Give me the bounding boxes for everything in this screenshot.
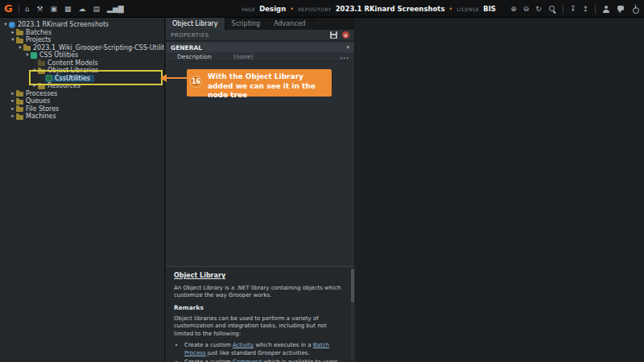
doc-remarks-intro: Object libraries can be used to perform … [174, 315, 345, 338]
doc-scrollbar-thumb[interactable] [351, 269, 354, 302]
folder-icon [16, 92, 23, 97]
tree-item-machines[interactable]: ▸Machines [0, 113, 164, 121]
selected-node-highlight: CssUtilities [45, 75, 94, 83]
license-label: LICENSE [456, 6, 479, 12]
breadcrumb-separator: • [290, 6, 294, 13]
tree-item-queues[interactable]: ▸Queues [0, 97, 164, 105]
chevron-down-icon[interactable]: ▾ [346, 44, 349, 51]
tab-advanced[interactable]: Advanced [267, 18, 313, 30]
save-properties-icon[interactable] [330, 31, 337, 39]
properties-toolbar: PROPERTIES [166, 30, 354, 41]
tree-expanded-arrow-icon[interactable]: ▾ [2, 21, 9, 29]
tree-item-label: Batches [26, 29, 52, 37]
users-icon[interactable] [602, 5, 610, 13]
tree-item-label: Processes [26, 90, 57, 98]
tree-item-cssutilities[interactable]: CssUtilities [0, 75, 164, 83]
callout-arrow-line [167, 77, 188, 79]
callout-arrow-head-icon [160, 74, 167, 82]
tree-collapsed-arrow-icon[interactable]: ▸ [10, 90, 16, 98]
general-section-header[interactable]: GENERAL ▾ [166, 43, 354, 52]
stats-icon[interactable]: ▂▅▇ [107, 6, 124, 13]
repository-label: REPOSITORY [298, 6, 332, 12]
doc-intro: An Object Library is a .NET library cont… [174, 285, 345, 300]
search-icon[interactable] [548, 5, 556, 13]
documentation-panel: Object Library An Object Library is a .N… [166, 266, 355, 362]
printer-icon[interactable]: ▤ [93, 6, 101, 13]
tree-item-resources[interactable]: ▸Resources [0, 82, 164, 90]
remove-circle-icon[interactable]: ⊖ [523, 6, 530, 13]
callout-text: With the Object Library added we can see… [208, 72, 327, 101]
tree-item-file-stores[interactable]: ▸File Stores [0, 105, 164, 113]
tab-scripting[interactable]: Scripting [225, 18, 268, 30]
close-icon[interactable] [342, 31, 349, 39]
tree-item-projects[interactable]: ▾Projects [0, 36, 164, 44]
tree-collapsed-arrow-icon[interactable]: ▸ [31, 82, 38, 90]
tree-item-2023-1-wiki-grooper-scripting-css-utilities-projects[interactable]: ▾2023.1_Wiki_Grooper-Scripting-CSS-Utili… [0, 44, 164, 52]
repository-value[interactable]: 2023.1 RKinard Screenshots [336, 5, 445, 13]
doc-bullet: Create a custom Activity which executes … [184, 342, 345, 357]
chat-icon[interactable] [617, 5, 625, 13]
doc-remarks-heading: Remarks [174, 304, 345, 312]
doc-title-link[interactable]: Object Library [174, 272, 225, 281]
upload-icon[interactable]: ↥ [582, 6, 588, 13]
tree-expanded-arrow-icon[interactable]: ▾ [24, 51, 31, 60]
tab-object-library[interactable]: Object Library [166, 18, 225, 30]
doc-text: which executes in a [254, 342, 313, 348]
description-label: Description [177, 53, 233, 60]
tree-expanded-arrow-icon[interactable]: ▾ [17, 44, 23, 52]
ellipsis-button[interactable]: ... [340, 53, 349, 60]
cloud-icon[interactable]: ☁ [79, 6, 86, 13]
folder-icon [16, 39, 23, 43]
topbar: G ⌂⚒▣▦☁▤▂▅▇ PAGE Design • REPOSITORY 202… [0, 0, 644, 18]
content-icon [38, 61, 45, 66]
node-tree-panel: ▾2023.1 RKinard Screenshots▸Batches▾Proj… [0, 18, 165, 362]
doc-bullet: Create a custom Command which is availab… [184, 359, 345, 362]
tree-item-label: Object Libraries [47, 67, 98, 75]
description-property-row[interactable]: Description (none) ... [166, 52, 354, 62]
properties-toolbar-icons [330, 31, 349, 39]
page-value[interactable]: Design [259, 5, 286, 13]
description-value[interactable]: (none) [233, 53, 340, 60]
add-circle-icon[interactable]: ⊕ [510, 6, 517, 13]
tree-item-content-models[interactable]: Content Models [0, 60, 164, 68]
tree-collapsed-arrow-icon[interactable]: ▸ [10, 97, 16, 105]
tree-item-css-utilities[interactable]: ▾CSS Utilities [0, 51, 164, 60]
repository-icon [9, 22, 15, 28]
tree-item-label: Resources [47, 82, 80, 90]
folder-icon [23, 46, 31, 51]
home-icon[interactable]: ⌂ [25, 6, 30, 13]
tree-item-label: Queues [26, 97, 50, 105]
library-icon [46, 75, 52, 81]
tree-item-batches[interactable]: ▸Batches [0, 29, 164, 37]
tools-icon[interactable]: ⚒ [36, 6, 43, 13]
general-label: GENERAL [171, 44, 202, 51]
folder-icon [16, 31, 23, 35]
tree-item-object-libraries[interactable]: ▾Object Libraries [0, 67, 164, 75]
tree-expanded-arrow-icon[interactable]: ▾ [31, 67, 38, 75]
doc-link-command[interactable]: Command [233, 359, 262, 362]
archive-icon[interactable]: ▦ [64, 6, 72, 13]
folder-icon [38, 84, 45, 89]
tree-collapsed-arrow-icon[interactable]: ▸ [10, 113, 16, 121]
breadcrumb: PAGE Design • REPOSITORY 2023.1 RKinard … [242, 0, 496, 18]
power-icon[interactable] [631, 5, 639, 13]
doc-scrollbar[interactable] [351, 269, 354, 360]
tree-item-processes[interactable]: ▸Processes [0, 90, 164, 98]
toolbar-divider [595, 5, 596, 14]
save-icon[interactable]: ▣ [50, 6, 57, 13]
license-value: BIS [483, 5, 496, 13]
grooper-logo[interactable]: G [4, 0, 13, 18]
download-icon[interactable]: ↧ [570, 6, 576, 13]
tree-item-2023-1-rkinard-screenshots[interactable]: ▾2023.1 RKinard Screenshots [0, 21, 164, 29]
project-icon [31, 52, 37, 59]
tree-expanded-arrow-icon[interactable]: ▾ [10, 36, 16, 44]
refresh-icon[interactable]: ↻ [535, 6, 542, 13]
page-label: PAGE [242, 6, 255, 12]
callout-step-number: 16 [190, 76, 202, 88]
tree-collapsed-arrow-icon[interactable]: ▸ [10, 29, 16, 37]
folder-icon [16, 107, 23, 112]
doc-link-activity[interactable]: Activity [233, 342, 254, 348]
properties-title: PROPERTIES [171, 32, 209, 39]
tree-item-label: CSS Utilities [39, 51, 78, 60]
tree-collapsed-arrow-icon[interactable]: ▸ [10, 105, 16, 113]
